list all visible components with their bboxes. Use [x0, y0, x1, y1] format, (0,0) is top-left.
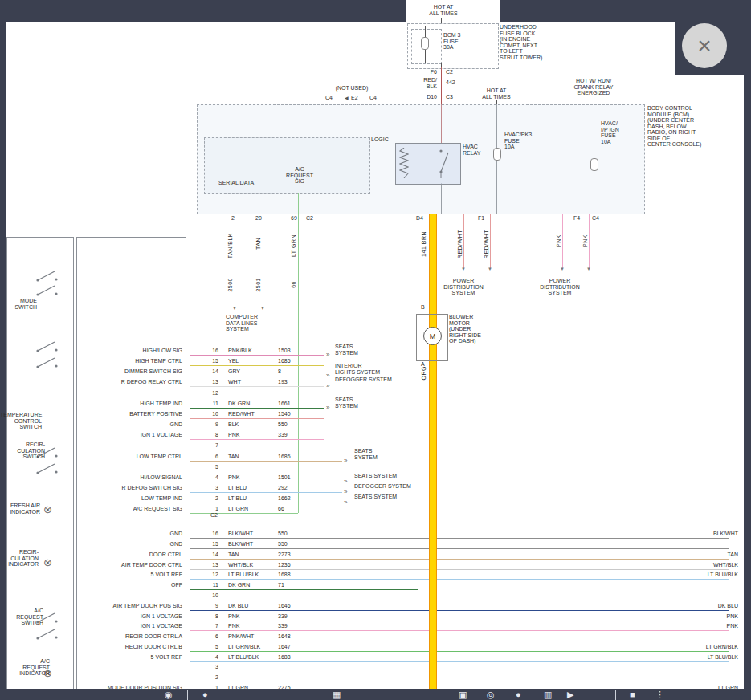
pin-row: A/C REQUEST SIG1LT GRN66 [0, 506, 751, 516]
defogger-system-label: DEFOGGER SYSTEM [335, 376, 392, 383]
ac-request-indicator-label: A/C REQUEST INDICATOR [16, 658, 50, 677]
pin-function: AIR TEMP DOOR CTRL [78, 562, 182, 568]
circuit-number: 550 [278, 541, 288, 547]
camera-icon[interactable]: ◎ [487, 690, 495, 699]
recirculation-switch-label: RECIR- CULATION SWITCH [10, 442, 45, 460]
wire-line [190, 365, 324, 366]
arrow-down-icon: ▼ [560, 267, 565, 271]
pin-number: 14 [202, 368, 218, 375]
wire-line [190, 429, 324, 429]
wire-line [190, 503, 342, 503]
circuit-number: 71 [278, 582, 284, 588]
relay-output-wire [441, 183, 442, 214]
wire-line [425, 63, 441, 63]
wire-line [190, 641, 418, 641]
circuit-number: 292 [278, 485, 288, 491]
pin-number: 11 [202, 582, 218, 588]
switch-symbol [35, 284, 59, 297]
circuit-number: 1662 [278, 495, 291, 502]
bcm-location-label: BODY CONTROL MODULE (BCM) (UNDER CENTER … [647, 105, 731, 148]
pin-function: HIGH TEMP CTRL [78, 358, 182, 364]
highlighted-brn-wire[interactable] [429, 214, 437, 690]
columns-icon[interactable]: ▥ [544, 690, 552, 699]
pin-function: RECIR DOOR CTRL A [78, 633, 182, 640]
circuit-442: 442 [446, 79, 462, 86]
wire-line [190, 569, 729, 570]
tan-label: TAN [255, 238, 261, 250]
wire-line [190, 661, 729, 662]
pin-row: GND16BLK/WHT550BLK/WHT [0, 531, 751, 541]
hot-at-all-times-label: HOT AT ALL TIMES [421, 4, 466, 16]
pin-function: GND [78, 541, 182, 547]
seats-system-label: SEATS SYSTEM [335, 344, 383, 356]
arrow-down-icon: ▼ [488, 267, 492, 271]
defogger-system-label: DEFOGGER SYSTEM [354, 483, 411, 490]
connector-c3: C3 [446, 94, 462, 100]
wire-line [190, 548, 729, 549]
profile-icon[interactable]: ● [202, 690, 208, 699]
bcm-pin-f4: F4 [573, 215, 580, 222]
wire-color: TAN [228, 551, 239, 558]
wire-line [190, 482, 342, 482]
wire-color: PNK [228, 432, 239, 438]
pin-row: GND15BLK/WHT550 [0, 541, 751, 551]
close-button[interactable]: × [682, 23, 727, 68]
bcm-pin-20: 20 [255, 215, 262, 222]
hvac-relay-label: HVAC RELAY [463, 144, 487, 156]
wire-color: TAN [228, 454, 239, 460]
wire-color-right: DK BLU [674, 603, 738, 609]
screenshot-icon[interactable]: ▣ [459, 690, 467, 699]
record-icon[interactable]: ● [516, 690, 521, 699]
temperature-control-switch-label: TEMPERATURE CONTROL SWITCH [0, 412, 42, 430]
wire-line [190, 418, 324, 419]
wire-color: LT BLU [228, 495, 247, 502]
pin-function: HIGH/LOW SIG [78, 348, 182, 354]
pin-row: RECIR DOOR CTRL B5LT GRN/BLK1647LT GRN/B… [0, 644, 751, 654]
pin-number: 4 [202, 654, 218, 661]
wire-color-right: LT BLU/BLK [674, 572, 738, 578]
arrow-down-icon: ▼ [260, 306, 265, 311]
wire-line [190, 610, 729, 611]
toolbar-divider [615, 690, 616, 700]
wire-color: DK GRN [228, 401, 250, 407]
wire-line [190, 355, 324, 356]
pin-number: 12 [202, 572, 218, 578]
wire-line [190, 439, 324, 440]
share-icon[interactable]: ▶ [567, 690, 573, 699]
bcm-connector-c2: C2 [306, 215, 313, 222]
seats-system-label: SEATS SYSTEM [354, 494, 397, 500]
circuit-2500: 2500 [227, 278, 233, 292]
arrow-right-icon: » [344, 458, 347, 464]
pin-function: DIMMER SWITCH SIG [78, 368, 182, 375]
user-icon[interactable]: ◉ [165, 690, 173, 699]
wire-line [190, 589, 418, 590]
pin-number: 13 [202, 379, 218, 385]
pin-function: LOW TEMP IND [78, 495, 182, 502]
pin-row: 2 [0, 674, 751, 685]
circuit-number: 550 [278, 421, 288, 428]
pin-number: 3 [202, 485, 218, 491]
pin-function: HI/LOW SIGNAL [78, 474, 182, 481]
wire-line [190, 579, 729, 580]
stop-icon[interactable]: ■ [630, 690, 635, 699]
feed-wire [594, 98, 594, 104]
circuit-number: 2273 [278, 551, 291, 558]
overflow-menu-icon[interactable]: ⋮ [655, 690, 664, 699]
wire-color-right: BLK/WHT [674, 531, 738, 537]
circuit-number: 1688 [278, 572, 291, 578]
circuit-number: 1503 [278, 348, 291, 354]
apps-grid-icon[interactable]: ▦ [333, 690, 341, 699]
wire-red-blk-label: RED/ BLK [416, 77, 437, 89]
wire-line [190, 559, 729, 560]
pin-function: IGN 1 VOLTAGE [78, 613, 182, 620]
relay-coil-symbol [399, 148, 409, 178]
toolbar-divider [187, 690, 188, 700]
pin-number: 5 [202, 644, 218, 650]
wire-line [190, 630, 729, 631]
org-wire-label: ORG [421, 366, 427, 380]
pin-number: 1 [202, 506, 218, 512]
wire-color-right: LT BLU/BLK [674, 654, 738, 661]
circuit-number: 1686 [278, 454, 291, 460]
pin-row: GND9BLK550 [0, 421, 751, 432]
wire-color: PNK [228, 613, 239, 620]
